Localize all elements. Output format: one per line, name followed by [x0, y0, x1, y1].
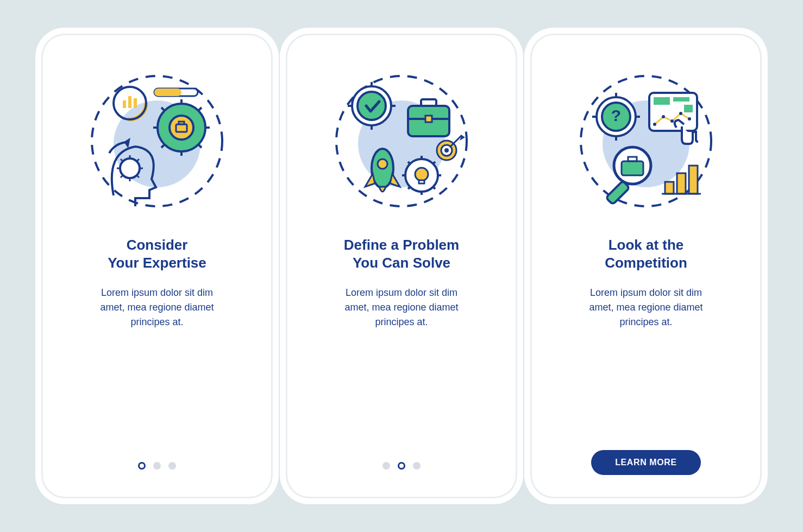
pagination-dots	[138, 462, 176, 470]
svg-rect-60	[419, 180, 424, 183]
screen-title: Look at the Competition	[605, 236, 687, 271]
svg-point-21	[120, 159, 140, 178]
dot-2[interactable]	[153, 462, 161, 470]
svg-rect-4	[123, 100, 126, 108]
screen-body: Lorem ipsum dolor sit dim amet, mea regi…	[91, 286, 222, 330]
screen-title: Define a Problem You Can Solve	[344, 236, 459, 271]
svg-rect-84	[677, 173, 686, 194]
onboarding-screen-1: Consider Your Expertise Lorem ipsum dolo…	[43, 35, 271, 497]
learn-more-button[interactable]: LEARN MORE	[591, 450, 701, 475]
svg-marker-30	[126, 140, 129, 145]
svg-point-34	[357, 92, 386, 120]
dot-3[interactable]	[168, 462, 176, 470]
problem-solve-icon	[323, 62, 480, 220]
svg-rect-42	[425, 116, 432, 122]
svg-point-59	[415, 168, 428, 181]
svg-rect-82	[606, 181, 630, 205]
svg-rect-80	[622, 161, 643, 175]
onboarding-screen-3: ?	[532, 35, 760, 497]
dot-1[interactable]	[138, 462, 146, 470]
svg-rect-72	[673, 97, 689, 102]
svg-rect-83	[665, 182, 674, 194]
competition-icon: ?	[567, 62, 725, 220]
svg-line-58	[408, 187, 410, 189]
svg-line-57	[433, 162, 435, 164]
svg-rect-8	[154, 88, 181, 96]
svg-line-46	[451, 135, 462, 146]
dot-3[interactable]	[413, 462, 421, 470]
onboarding-screen-2: Define a Problem You Can Solve Lorem ips…	[287, 35, 516, 497]
svg-rect-19	[176, 124, 187, 132]
svg-point-77	[679, 112, 682, 115]
svg-text:?: ?	[611, 106, 621, 124]
pagination-dots	[382, 462, 421, 470]
svg-point-76	[670, 119, 674, 123]
svg-line-16	[198, 107, 202, 111]
svg-rect-5	[128, 96, 131, 108]
svg-point-49	[378, 159, 387, 169]
svg-line-55	[408, 162, 410, 164]
svg-line-29	[121, 175, 123, 178]
svg-rect-85	[689, 166, 698, 194]
dot-1[interactable]	[382, 462, 390, 470]
svg-rect-73	[684, 105, 693, 112]
svg-line-56	[433, 187, 435, 189]
screen-body: Lorem ipsum dolor sit dim amet, mea regi…	[580, 286, 711, 330]
expertise-icon	[78, 62, 236, 220]
svg-rect-71	[654, 97, 670, 105]
svg-point-75	[662, 115, 665, 118]
svg-point-45	[444, 148, 449, 153]
screen-title: Consider Your Expertise	[108, 236, 206, 271]
dot-2[interactable]	[398, 462, 405, 470]
svg-point-74	[653, 123, 656, 126]
svg-point-78	[688, 117, 691, 121]
svg-rect-6	[134, 98, 137, 108]
svg-rect-40	[421, 99, 436, 106]
screen-body: Lorem ipsum dolor sit dim amet, mea regi…	[336, 286, 467, 330]
